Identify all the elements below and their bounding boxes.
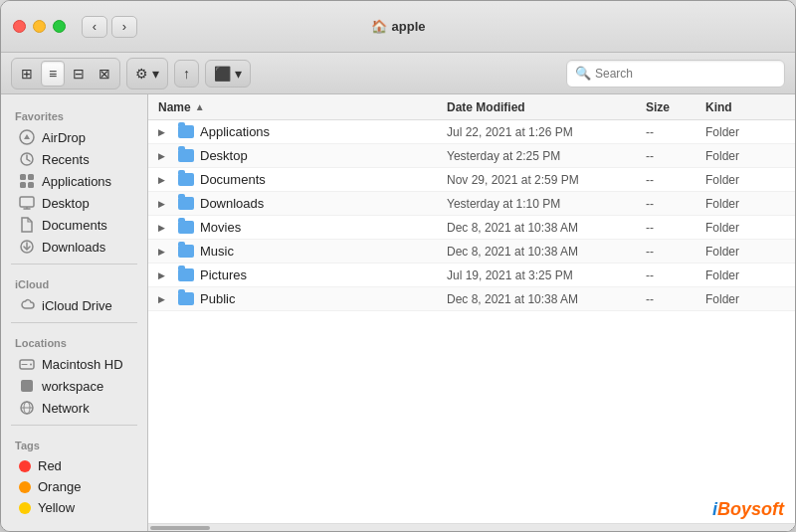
svg-point-12 <box>30 364 32 366</box>
sidebar-item-label: Desktop <box>42 196 90 211</box>
back-button[interactable]: ‹ <box>82 16 107 38</box>
folder-icon <box>178 268 194 281</box>
sidebar-item-airdrop[interactable]: AirDrop <box>5 126 143 148</box>
action-button[interactable]: ⬛ ▾ <box>205 60 251 88</box>
folder-icon <box>178 149 194 162</box>
table-row[interactable]: ▶ Pictures Jul 19, 2021 at 3:25 PM -- Fo… <box>148 264 795 287</box>
sidebar-item-tag-yellow[interactable]: Yellow <box>5 497 143 518</box>
sidebar-item-tag-red[interactable]: Red <box>5 455 143 476</box>
file-list: ▶ Applications Jul 22, 2021 at 1:26 PM -… <box>148 120 795 523</box>
network-icon <box>19 400 35 416</box>
folder-icon <box>178 292 194 305</box>
sidebar-item-label: Recents <box>42 152 90 167</box>
icon-view-button[interactable]: ⊞ <box>15 61 39 87</box>
list-view-button[interactable]: ≡ <box>41 61 65 87</box>
table-row[interactable]: ▶ Public Dec 8, 2021 at 10:38 AM -- Fold… <box>148 287 795 311</box>
folder-icon <box>178 245 194 258</box>
sidebar-item-downloads[interactable]: Downloads <box>5 236 143 258</box>
file-name: Desktop <box>200 148 248 163</box>
folder-icon <box>178 221 194 234</box>
sidebar-item-label: iCloud Drive <box>42 298 112 313</box>
file-date: Yesterday at 1:10 PM <box>447 197 646 211</box>
maximize-button[interactable] <box>53 20 66 33</box>
table-row[interactable]: ▶ Documents Nov 29, 2021 at 2:59 PM -- F… <box>148 168 795 192</box>
table-row[interactable]: ▶ Applications Jul 22, 2021 at 1:26 PM -… <box>148 120 795 144</box>
file-size: -- <box>646 221 705 235</box>
disclosure-icon: ▶ <box>158 127 172 137</box>
sidebar-item-label: Applications <box>42 174 111 189</box>
scrollbar-thumb[interactable] <box>150 526 210 530</box>
col-header-date[interactable]: Date Modified <box>447 100 646 114</box>
table-row[interactable]: ▶ Movies Dec 8, 2021 at 10:38 AM -- Fold… <box>148 216 795 240</box>
column-view-button[interactable]: ⊟ <box>67 61 91 87</box>
sidebar-item-label: Red <box>38 458 62 473</box>
file-kind: Folder <box>705 173 785 187</box>
file-name: Documents <box>200 172 266 187</box>
sidebar-item-macintosh-hd[interactable]: Macintosh HD <box>5 353 143 375</box>
minimize-button[interactable] <box>33 20 46 33</box>
file-pane: Name ▲ Date Modified Size Kind ▶ Applica… <box>148 94 795 531</box>
sidebar-item-label: Orange <box>38 479 81 494</box>
sidebar-item-desktop[interactable]: Desktop <box>5 192 143 214</box>
close-button[interactable] <box>13 20 26 33</box>
title-bar: ‹ › 🏠 apple <box>1 1 795 53</box>
sidebar-item-label: workspace <box>42 379 103 394</box>
disclosure-icon: ▶ <box>158 175 172 185</box>
search-icon: 🔍 <box>575 66 591 81</box>
horizontal-scrollbar[interactable] <box>148 523 795 531</box>
file-kind: Folder <box>705 149 785 163</box>
folder-icon <box>178 173 194 186</box>
table-row[interactable]: ▶ Desktop Yesterday at 2:25 PM -- Folder <box>148 144 795 168</box>
sidebar-item-workspace[interactable]: workspace <box>5 375 143 397</box>
folder-icon <box>178 197 194 210</box>
col-header-size[interactable]: Size <box>646 100 705 114</box>
file-kind: Folder <box>705 197 785 211</box>
title-text: apple <box>392 19 426 34</box>
arrange-button[interactable]: ⚙ ▾ <box>130 61 164 87</box>
file-size: -- <box>646 292 705 306</box>
file-date: Jul 22, 2021 at 1:26 PM <box>447 125 646 139</box>
table-row[interactable]: ▶ Downloads Yesterday at 1:10 PM -- Fold… <box>148 192 795 216</box>
main-content: Favorites AirDrop Recents Applications <box>1 94 795 531</box>
folder-icon <box>178 125 194 138</box>
sidebar-section-icloud: iCloud <box>1 270 147 294</box>
sidebar-item-documents[interactable]: Documents <box>5 214 143 236</box>
divider-1 <box>11 264 137 265</box>
file-name: Pictures <box>200 267 247 282</box>
hd-icon <box>19 356 35 372</box>
file-kind: Folder <box>705 125 785 139</box>
disclosure-icon: ▶ <box>158 270 172 280</box>
file-size: -- <box>646 197 705 211</box>
svg-rect-2 <box>20 174 26 180</box>
file-date: Dec 8, 2021 at 10:38 AM <box>447 292 646 306</box>
sidebar-item-recents[interactable]: Recents <box>5 148 143 170</box>
file-name: Movies <box>200 220 241 235</box>
forward-button[interactable]: › <box>111 16 137 38</box>
col-header-name[interactable]: Name ▲ <box>158 100 447 114</box>
tag-yellow-dot <box>19 502 31 514</box>
share-button[interactable]: ↑ <box>174 60 199 88</box>
gallery-view-button[interactable]: ⊠ <box>93 61 116 87</box>
disclosure-icon: ▶ <box>158 199 172 209</box>
sidebar-section-favorites: Favorites <box>1 102 147 126</box>
col-header-kind[interactable]: Kind <box>705 100 785 114</box>
finder-window: ‹ › 🏠 apple ⊞ ≡ ⊟ ⊠ ⚙ ▾ ↑ ⬛ ▾ 🔍 Favorite… <box>0 0 796 532</box>
home-icon: 🏠 <box>371 19 387 34</box>
sidebar-item-icloud[interactable]: iCloud Drive <box>5 294 143 316</box>
sidebar-item-tag-orange[interactable]: Orange <box>5 476 143 497</box>
file-name: Music <box>200 244 234 259</box>
search-input[interactable] <box>595 67 776 81</box>
sidebar-item-applications[interactable]: Applications <box>5 170 143 192</box>
svg-rect-14 <box>21 380 33 392</box>
search-bar[interactable]: 🔍 <box>566 60 785 88</box>
sidebar-item-label: Network <box>42 401 90 416</box>
file-name: Public <box>200 291 235 306</box>
tag-red-dot <box>19 460 31 472</box>
sidebar-item-network[interactable]: Network <box>5 397 143 419</box>
file-kind: Folder <box>705 245 785 259</box>
table-row[interactable]: ▶ Music Dec 8, 2021 at 10:38 AM -- Folde… <box>148 240 795 264</box>
applications-icon <box>19 173 35 189</box>
workspace-icon <box>19 378 35 394</box>
file-kind: Folder <box>705 221 785 235</box>
sidebar-section-locations: Locations <box>1 329 147 353</box>
